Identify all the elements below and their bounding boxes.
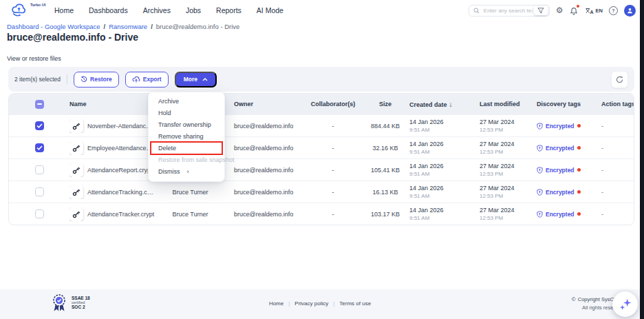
- more-label: More: [184, 76, 197, 83]
- nav-item-archives[interactable]: Archives: [143, 6, 171, 14]
- column-header-action-tags[interactable]: Action tags: [597, 101, 634, 107]
- cell-created-date: 14 Jan 20269:51 AM: [409, 141, 480, 155]
- footer-link-terms-of-use[interactable]: Terms of use: [339, 300, 371, 307]
- refresh-button[interactable]: [611, 71, 628, 88]
- column-header-size[interactable]: Size: [361, 101, 409, 107]
- search-icon: [473, 8, 480, 14]
- menu-item-transfer-ownership[interactable]: Transfer ownership: [149, 119, 224, 131]
- check-icon: [36, 123, 43, 128]
- breadcrumb-link-dashboard[interactable]: Dashboard - Google Workspace: [7, 23, 100, 30]
- cell-last-modified: 27 Mar 202412:53 PM: [480, 207, 537, 221]
- global-search[interactable]: [469, 5, 550, 17]
- file-name: AttendanceReport.crypt: [87, 167, 153, 174]
- encrypted-file-key-icon: [69, 207, 83, 221]
- discovery-tag: Encrypted: [537, 123, 597, 130]
- row-checkbox[interactable]: [35, 143, 44, 152]
- encrypted-file-key-icon: [69, 163, 83, 177]
- cell-collaborators: -: [305, 211, 361, 218]
- nav-item-reports[interactable]: Reports: [216, 6, 242, 14]
- nav-item-jobs[interactable]: Jobs: [186, 6, 201, 14]
- column-header-name[interactable]: Name: [69, 101, 155, 107]
- topbar-controls: ⚙ A EN ?: [469, 5, 636, 17]
- row-checkbox[interactable]: [35, 165, 44, 174]
- ai-assistant-button[interactable]: [612, 291, 638, 317]
- filter-button[interactable]: [534, 6, 548, 15]
- user-avatar[interactable]: [624, 5, 636, 17]
- breadcrumb-current: bruce@realdemo.info - Drive: [156, 23, 240, 30]
- menu-item-restore-from-safe-snapshot[interactable]: Restore from safe snapshot: [149, 154, 224, 166]
- breadcrumb-separator: /: [151, 23, 153, 30]
- row-checkbox[interactable]: [35, 187, 44, 196]
- cell-action-tags: -: [597, 211, 634, 218]
- footer-separator: |: [333, 300, 334, 307]
- column-header-collaborators[interactable]: Collaborator(s): [305, 101, 361, 107]
- table-row: EmployeeAttendanceTracker... Bruce Turne…: [9, 136, 634, 158]
- menu-item-hold[interactable]: Hold: [149, 107, 224, 119]
- screen-edge-strip: [640, 0, 644, 319]
- breadcrumb-link-ransomware[interactable]: Ransomware: [109, 23, 147, 30]
- discovery-tag: Encrypted: [537, 211, 597, 218]
- menu-item-archive[interactable]: Archive: [149, 96, 224, 107]
- cell-collaborators: -: [305, 123, 361, 130]
- red-status-dot: [577, 124, 581, 127]
- nav-item-ai-mode[interactable]: AI Mode: [257, 6, 283, 14]
- brand-name: Turbo UI: [30, 3, 45, 7]
- discovery-tag-label: Encrypted: [546, 123, 575, 130]
- table-row: AttendanceReport.crypt Bruce Turner bruc…: [9, 158, 634, 181]
- row-checkbox[interactable]: [35, 209, 44, 218]
- red-status-dot: [577, 146, 581, 150]
- footer-link-privacy-policy[interactable]: Privacy policy: [294, 300, 328, 307]
- cell-owner: bruce@realdemo.info: [226, 167, 305, 174]
- footer-links: Home | Privacy policy | Terms of use: [0, 300, 640, 307]
- footer-link-home[interactable]: Home: [269, 300, 283, 307]
- file-name: AttendanceTracker.crypt: [87, 211, 154, 218]
- column-header-discovery-tags[interactable]: Discovery tags: [537, 101, 597, 107]
- notification-red-dot: [577, 5, 579, 8]
- encrypted-file-key-icon: [69, 185, 83, 199]
- svg-text:A: A: [590, 10, 593, 14]
- cell-last-modified: 27 Mar 202412:53 PM: [480, 141, 537, 155]
- restore-button[interactable]: Restore: [74, 72, 119, 88]
- language-switcher[interactable]: A EN: [585, 7, 603, 14]
- discovery-tag: Encrypted: [537, 167, 597, 174]
- settings-gear-icon[interactable]: ⚙: [556, 6, 564, 14]
- main-nav: Home Dashboards Archives Jobs Reports AI…: [54, 6, 283, 14]
- more-button[interactable]: More: [175, 72, 217, 88]
- menu-item-dismiss[interactable]: Dismiss›: [149, 166, 224, 178]
- file-name: November-Attendance.crypt: [87, 123, 155, 130]
- cell-size: 32.16 KB: [361, 145, 409, 152]
- cell-collaborators: -: [305, 145, 361, 152]
- encrypted-file-key-icon: [69, 141, 83, 155]
- file-name: AttendanceTracking.crypt: [87, 189, 155, 196]
- cell-action-tags: -: [597, 189, 634, 196]
- page-title: bruce@realdemo.info - Drive: [7, 32, 138, 43]
- discovery-tag: Encrypted: [537, 145, 597, 152]
- cell-by: Bruce Turner: [155, 189, 226, 196]
- menu-item-remove-sharing[interactable]: Remove sharing: [149, 131, 224, 143]
- more-dropdown-menu: Archive Hold Transfer ownership Remove s…: [148, 92, 225, 182]
- sort-desc-icon: ↓: [449, 101, 453, 108]
- cell-collaborators: -: [305, 189, 361, 196]
- cell-owner: bruce@realdemo.info: [226, 211, 305, 218]
- cell-owner: bruce@realdemo.info: [226, 189, 305, 196]
- cell-owner: bruce@realdemo.info: [226, 123, 305, 130]
- column-header-created-date[interactable]: Created date↓: [409, 101, 480, 108]
- app-logo[interactable]: Turbo UI: [10, 1, 49, 19]
- indeterminate-mark-icon: [37, 103, 42, 105]
- cell-action-tags: -: [597, 123, 634, 130]
- help-icon[interactable]: ?: [609, 6, 618, 15]
- export-label: Export: [143, 76, 162, 83]
- refresh-icon: [616, 76, 623, 83]
- search-input[interactable]: [482, 7, 534, 14]
- row-checkbox[interactable]: [35, 121, 44, 130]
- export-button[interactable]: Export: [125, 72, 169, 88]
- column-header-owner[interactable]: Owner: [226, 101, 305, 107]
- nav-item-dashboards[interactable]: Dashboards: [89, 6, 128, 14]
- select-all-checkbox[interactable]: [35, 100, 44, 109]
- nav-item-home[interactable]: Home: [54, 6, 74, 14]
- breadcrumb: Dashboard - Google Workspace / Ransomwar…: [7, 23, 239, 30]
- menu-item-delete[interactable]: Delete: [149, 143, 224, 154]
- column-header-last-modified[interactable]: Last modified: [480, 101, 537, 107]
- notifications-button[interactable]: [570, 6, 579, 15]
- cell-size: 884.44 KB: [361, 123, 409, 130]
